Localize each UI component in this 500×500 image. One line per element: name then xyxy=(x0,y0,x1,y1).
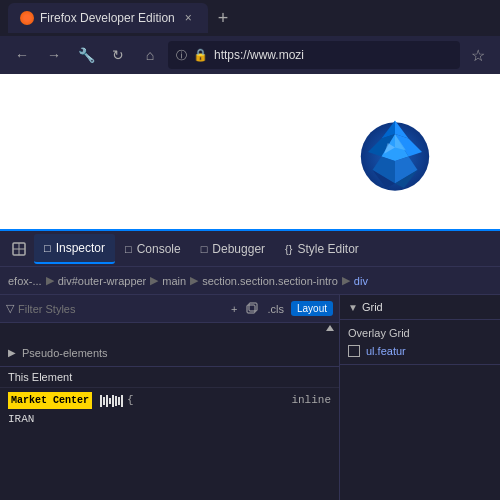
inspector-tab-label: Inspector xyxy=(56,241,105,255)
style-editor-tab-label: Style Editor xyxy=(297,242,358,256)
selector-brace: { xyxy=(127,392,134,409)
breadcrumb-sep-0: ▶ xyxy=(46,274,54,287)
tab-title: Firefox Developer Edition xyxy=(40,11,175,25)
firefox-tab-icon xyxy=(20,11,34,25)
grid-section-header[interactable]: ▼ Grid xyxy=(340,295,500,320)
layout-button[interactable]: Layout xyxy=(291,301,333,316)
pseudo-elements-label: Pseudo-elements xyxy=(22,347,108,359)
pseudo-expand-arrow: ▶ xyxy=(8,347,16,358)
console-tab-icon: □ xyxy=(125,243,132,255)
page-content xyxy=(0,74,500,229)
grid-expand-arrow: ▼ xyxy=(348,302,358,313)
inspector-tab-icon: □ xyxy=(44,242,51,254)
ul-feature-checkbox[interactable] xyxy=(348,345,360,357)
inspector-panels: ▽ + .cls Layout xyxy=(0,295,500,500)
browser-window: Firefox Developer Edition × + ← → 🔧 ↻ ⌂ … xyxy=(0,0,500,500)
iran-line: IRAN xyxy=(8,409,331,428)
tab-close-button[interactable]: × xyxy=(181,9,196,27)
lock-icon: 🔒 xyxy=(193,48,208,62)
back-button[interactable]: ← xyxy=(8,41,36,69)
refresh-button[interactable]: ↻ xyxy=(104,41,132,69)
address-bar[interactable]: ⓘ 🔒 https://www.mozi xyxy=(168,41,460,69)
info-icon: ⓘ xyxy=(176,48,187,63)
bookmark-button[interactable]: ☆ xyxy=(464,41,492,69)
overlay-grid-label: Overlay Grid xyxy=(348,327,410,339)
svg-rect-15 xyxy=(247,305,255,313)
add-rule-button[interactable]: + xyxy=(228,302,240,316)
selector-highlight: Market Center xyxy=(8,392,92,409)
styles-panel: ▽ + .cls Layout xyxy=(0,295,340,500)
svg-marker-17 xyxy=(326,325,334,331)
devtools-tools: □ Inspector □ Console □ Debugger {} Styl… xyxy=(4,234,369,264)
breadcrumb-sep-2: ▶ xyxy=(190,274,198,287)
tab-area: Firefox Developer Edition × + xyxy=(8,3,492,33)
devtools-panel: □ Inspector □ Console □ Debugger {} Styl… xyxy=(0,229,500,500)
devtools-toolbar: □ Inspector □ Console □ Debugger {} Styl… xyxy=(0,231,500,267)
wrench-button[interactable]: 🔧 xyxy=(72,41,100,69)
barcode-icon xyxy=(100,395,123,407)
filter-icon: ▽ xyxy=(6,302,14,315)
element-selector: Market Center { xyxy=(8,392,134,409)
breadcrumb-sep-1: ▶ xyxy=(150,274,158,287)
svg-rect-16 xyxy=(249,303,257,311)
filter-actions: + .cls xyxy=(228,301,287,317)
this-element-label: This Element xyxy=(8,371,72,383)
ul-feature-label: ul.featur xyxy=(366,345,406,357)
breadcrumb-sep-3: ▶ xyxy=(342,274,350,287)
tab-debugger[interactable]: □ Debugger xyxy=(191,234,275,264)
tab-style-editor[interactable]: {} Style Editor xyxy=(275,234,369,264)
style-editor-tab-icon: {} xyxy=(285,243,292,255)
active-tab[interactable]: Firefox Developer Edition × xyxy=(8,3,208,33)
debugger-tab-label: Debugger xyxy=(212,242,265,256)
debugger-tab-icon: □ xyxy=(201,243,208,255)
pseudo-elements-row[interactable]: ▶ Pseudo-elements xyxy=(0,339,339,367)
nav-bar: ← → 🔧 ↻ ⌂ ⓘ 🔒 https://www.mozi ☆ xyxy=(0,36,500,74)
console-tab-label: Console xyxy=(137,242,181,256)
breadcrumb-item-1[interactable]: div#outer-wrapper xyxy=(58,275,147,287)
breadcrumb-item-4[interactable]: div xyxy=(354,275,368,287)
layout-panel: ▼ Grid Overlay Grid ul.featur xyxy=(340,295,500,500)
inline-value: inline xyxy=(291,392,331,409)
firefox-logo xyxy=(350,107,440,197)
home-button[interactable]: ⌂ xyxy=(136,41,164,69)
grid-section-title: Grid xyxy=(362,301,383,313)
iran-text: IRAN xyxy=(8,413,34,425)
title-bar: Firefox Developer Edition × + xyxy=(0,0,500,36)
tab-inspector[interactable]: □ Inspector xyxy=(34,234,115,264)
grid-options: Overlay Grid ul.featur xyxy=(340,320,500,365)
cls-button[interactable]: .cls xyxy=(264,302,287,316)
filter-styles-input[interactable] xyxy=(18,303,224,315)
pick-element-button[interactable] xyxy=(4,234,34,264)
breadcrumb-item-3[interactable]: section.section.section-intro xyxy=(202,275,338,287)
url-text: https://www.mozi xyxy=(214,48,304,62)
this-element-row: This Element xyxy=(0,367,339,388)
new-tab-button[interactable]: + xyxy=(212,8,235,29)
element-selector-line: Market Center { xyxy=(8,392,331,409)
copy-styles-button[interactable] xyxy=(243,301,261,317)
breadcrumb-item-2[interactable]: main xyxy=(162,275,186,287)
tab-console[interactable]: □ Console xyxy=(115,234,191,264)
breadcrumb: efox-... ▶ div#outer-wrapper ▶ main ▶ se… xyxy=(0,267,500,295)
forward-button[interactable]: → xyxy=(40,41,68,69)
element-rule: Market Center { xyxy=(0,388,339,432)
ul-feature-row: ul.featur xyxy=(348,342,492,360)
overlay-grid-row: Overlay Grid xyxy=(348,324,492,342)
styles-filter-bar: ▽ + .cls Layout xyxy=(0,295,339,323)
breadcrumb-item-0[interactable]: efox-... xyxy=(8,275,42,287)
